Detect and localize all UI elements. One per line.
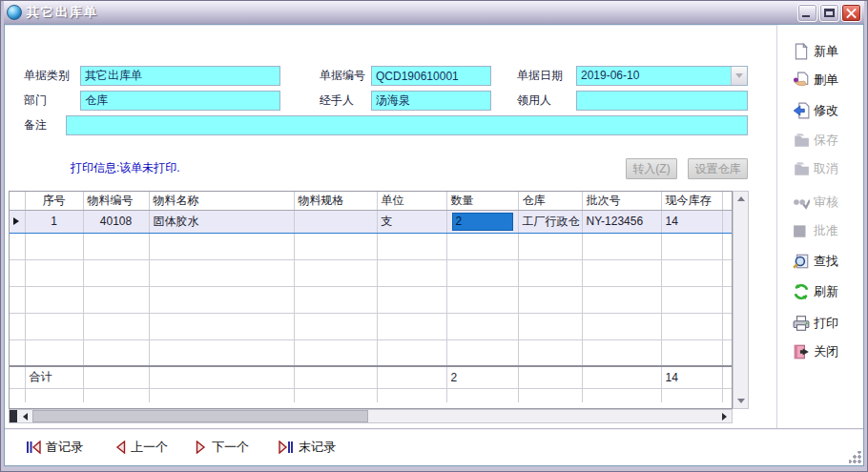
next-record-button[interactable]: 下一个 — [196, 439, 249, 456]
cell-name[interactable]: 固体胶水 — [149, 210, 294, 233]
recipient-input[interactable] — [576, 91, 748, 111]
window-title: 其它出库单 — [27, 4, 98, 21]
main-panel: 单据类别 单据编号 单据日期 2019-06-10 部门 经手人 领用人 备注 … — [5, 25, 777, 428]
cell-spec[interactable] — [294, 210, 377, 233]
approve-button: 批准 — [793, 221, 838, 240]
remark-label: 备注 — [24, 115, 47, 135]
arrow-down-icon — [737, 399, 745, 403]
doc-date-dropdown-button[interactable] — [731, 67, 747, 85]
col-header-spec[interactable]: 物料规格 — [294, 192, 377, 210]
total-label: 合计 — [25, 366, 83, 388]
handler-input[interactable] — [371, 91, 491, 111]
app-globe-icon — [7, 5, 22, 20]
cell-warehouse[interactable]: 工厂行政仓 — [518, 210, 582, 233]
grid-total-row: 合计 2 14 — [10, 366, 732, 388]
minimize-icon — [802, 15, 810, 17]
close-form-button[interactable]: 关闭 — [793, 342, 838, 361]
new-document-icon — [793, 43, 810, 60]
print-status-text: 打印信息:该单未打印. — [71, 160, 180, 176]
row-selector-cell[interactable] — [10, 210, 25, 233]
doc-type-label: 单据类别 — [24, 66, 70, 86]
scroll-up-button[interactable] — [734, 192, 748, 206]
cell-stock[interactable]: 14 — [661, 210, 722, 233]
find-button[interactable]: 查找 — [793, 252, 838, 271]
audit-icon — [793, 194, 810, 211]
close-button[interactable] — [841, 4, 861, 22]
delete-order-button[interactable]: 删单 — [793, 71, 838, 90]
printer-icon — [793, 315, 810, 332]
save-icon — [793, 132, 810, 149]
grid-empty-row[interactable] — [10, 339, 732, 366]
cell-batch[interactable]: NY-123456 — [582, 210, 661, 233]
maximize-icon — [824, 9, 835, 17]
doc-date-combo[interactable]: 2019-06-10 — [576, 66, 748, 86]
cell-seq[interactable]: 1 — [25, 210, 83, 233]
client-area: 单据类别 单据编号 单据日期 2019-06-10 部门 经手人 领用人 备注 … — [4, 24, 864, 466]
new-order-button[interactable]: 新单 — [793, 42, 838, 61]
first-record-icon — [26, 441, 41, 454]
grid-empty-row[interactable] — [10, 233, 732, 259]
total-qty: 2 — [446, 366, 518, 388]
previous-record-button[interactable]: 上一个 — [114, 439, 168, 456]
remark-input[interactable] — [66, 115, 748, 135]
current-row-icon — [13, 217, 19, 225]
chevron-down-icon — [735, 73, 743, 78]
cell-unit[interactable]: 支 — [377, 210, 446, 233]
transfer-button[interactable]: 转入(Z) — [626, 158, 677, 179]
scroll-left-button[interactable] — [17, 410, 32, 422]
grid-horizontal-scrollbar[interactable] — [9, 409, 733, 423]
arrow-right-icon — [722, 413, 727, 421]
col-header-qty[interactable]: 数量 — [446, 192, 518, 210]
col-header-seq[interactable]: 序号 — [25, 192, 83, 210]
col-header-unit[interactable]: 单位 — [377, 192, 446, 210]
scroll-down-button[interactable] — [734, 394, 748, 408]
col-header-stock[interactable]: 现今库存 — [661, 192, 722, 210]
previous-record-icon — [114, 441, 126, 454]
scrollbar-corner — [10, 410, 17, 422]
print-button[interactable]: 打印 — [793, 314, 838, 333]
col-header-warehouse[interactable]: 仓库 — [518, 192, 582, 210]
doc-no-input[interactable] — [371, 66, 491, 86]
doc-no-label: 单据编号 — [320, 66, 365, 86]
delete-document-icon — [793, 72, 810, 89]
col-header-batch[interactable]: 批次号 — [582, 192, 661, 210]
first-record-button[interactable]: 首记录 — [26, 439, 83, 456]
modify-order-button[interactable]: 修改 — [793, 101, 838, 120]
grid-corner-cell — [10, 192, 25, 210]
arrow-left-icon — [23, 413, 28, 421]
save-button: 保存 — [793, 131, 838, 150]
col-header-code[interactable]: 物料编号 — [83, 192, 149, 210]
maximize-button[interactable] — [819, 4, 839, 22]
col-header-name[interactable]: 物料名称 — [149, 192, 294, 210]
grid-empty-row[interactable] — [10, 313, 732, 339]
items-grid: 序号 物料编号 物料名称 物料规格 单位 数量 仓库 批次号 现今库存 — [9, 191, 749, 423]
title-bar: 其它出库单 — [4, 1, 864, 24]
refresh-button[interactable]: 刷新 — [793, 282, 838, 301]
doc-type-input[interactable] — [80, 66, 280, 86]
doc-date-label: 单据日期 — [517, 66, 563, 86]
grid-empty-row[interactable] — [10, 259, 732, 286]
grid-empty-row[interactable] — [10, 286, 732, 313]
minimize-button[interactable] — [797, 4, 817, 22]
doc-date-value: 2019-06-10 — [577, 66, 731, 86]
department-label: 部门 — [24, 91, 47, 111]
cell-qty-selected[interactable]: 2 — [446, 210, 518, 233]
grid-empty-row — [10, 388, 732, 402]
handler-label: 经手人 — [320, 91, 354, 111]
resize-grip[interactable] — [849, 451, 861, 463]
cancel-icon — [793, 160, 810, 177]
arrow-up-icon — [737, 196, 745, 201]
department-input[interactable] — [80, 91, 280, 111]
scroll-right-button[interactable] — [716, 410, 732, 422]
cancel-button: 取消 — [793, 159, 838, 178]
grid-header-row: 序号 物料编号 物料名称 物料规格 单位 数量 仓库 批次号 现今库存 — [10, 192, 732, 210]
cell-code[interactable]: 40108 — [83, 210, 149, 233]
audit-button: 审核 — [793, 193, 838, 212]
grid-vertical-scrollbar[interactable] — [733, 191, 749, 409]
grid-row-selected[interactable]: 1 40108 固体胶水 支 2 工厂行政仓 NY-123456 14 — [10, 210, 732, 233]
last-record-button[interactable]: 末记录 — [279, 439, 336, 456]
set-warehouse-button[interactable]: 设置仓库 — [688, 158, 748, 179]
record-navigation-bar: 首记录 上一个 下一个 末记录 — [5, 428, 864, 466]
scrollbar-thumb[interactable] — [32, 410, 368, 422]
modify-document-icon — [793, 102, 810, 119]
